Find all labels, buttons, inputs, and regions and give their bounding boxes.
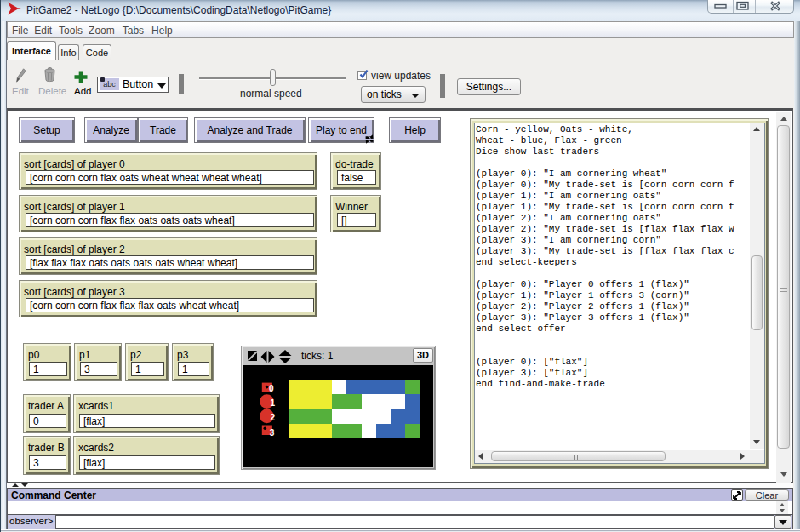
svg-text:2: 2: [271, 413, 276, 422]
svg-text:0: 0: [269, 384, 274, 393]
svg-text:3: 3: [270, 428, 275, 438]
svg-text:1: 1: [271, 398, 276, 408]
